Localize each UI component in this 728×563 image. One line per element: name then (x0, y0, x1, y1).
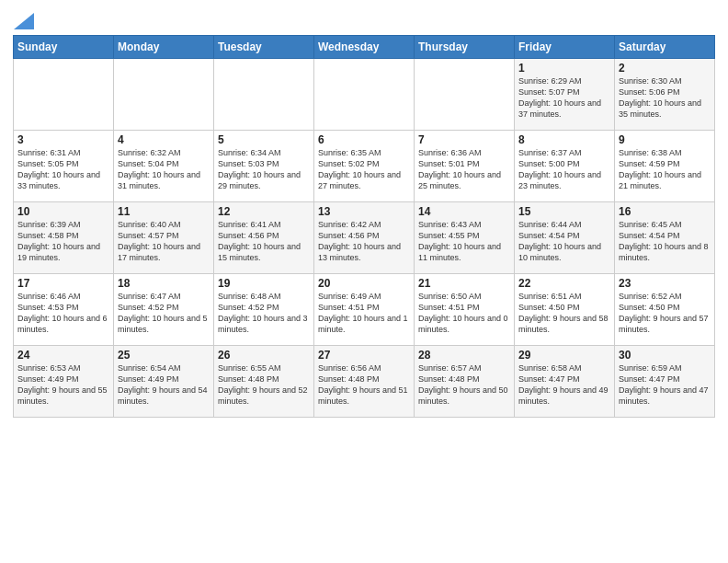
day-number: 19 (218, 277, 310, 290)
day-number: 13 (318, 205, 410, 218)
day-number: 26 (218, 349, 310, 362)
header-cell-wednesday: Wednesday (314, 36, 415, 59)
logo-icon (14, 13, 34, 29)
header-cell-monday: Monday (114, 36, 214, 59)
day-info: Sunrise: 6:38 AM Sunset: 4:59 PM Dayligh… (619, 147, 711, 192)
day-info: Sunrise: 6:45 AM Sunset: 4:54 PM Dayligh… (619, 219, 711, 264)
day-cell: 23Sunrise: 6:52 AM Sunset: 4:50 PM Dayli… (615, 274, 715, 346)
day-info: Sunrise: 6:51 AM Sunset: 4:50 PM Dayligh… (518, 291, 610, 336)
day-number: 18 (118, 277, 210, 290)
day-cell (14, 59, 114, 131)
day-number: 4 (118, 133, 210, 146)
day-number: 2 (619, 62, 711, 75)
day-info: Sunrise: 6:56 AM Sunset: 4:48 PM Dayligh… (318, 362, 410, 408)
calendar-table: SundayMondayTuesdayWednesdayThursdayFrid… (13, 35, 715, 418)
day-number: 7 (418, 133, 510, 146)
day-info: Sunrise: 6:48 AM Sunset: 4:52 PM Dayligh… (218, 291, 310, 336)
day-number: 30 (619, 349, 711, 362)
day-info: Sunrise: 6:53 AM Sunset: 4:49 PM Dayligh… (17, 362, 109, 408)
day-cell: 16Sunrise: 6:45 AM Sunset: 4:54 PM Dayli… (615, 202, 715, 274)
day-info: Sunrise: 6:40 AM Sunset: 4:57 PM Dayligh… (118, 219, 210, 264)
day-info: Sunrise: 6:52 AM Sunset: 4:50 PM Dayligh… (619, 291, 711, 336)
day-info: Sunrise: 6:43 AM Sunset: 4:55 PM Dayligh… (418, 219, 510, 264)
day-info: Sunrise: 6:47 AM Sunset: 4:52 PM Dayligh… (118, 291, 210, 336)
day-cell: 29Sunrise: 6:58 AM Sunset: 4:47 PM Dayli… (515, 346, 615, 418)
header-cell-thursday: Thursday (415, 36, 515, 59)
day-number: 1 (518, 62, 610, 75)
day-info: Sunrise: 6:59 AM Sunset: 4:47 PM Dayligh… (619, 362, 711, 408)
day-info: Sunrise: 6:29 AM Sunset: 5:07 PM Dayligh… (518, 75, 610, 121)
day-info: Sunrise: 6:57 AM Sunset: 4:48 PM Dayligh… (418, 362, 510, 408)
day-cell (314, 59, 415, 131)
day-cell: 22Sunrise: 6:51 AM Sunset: 4:50 PM Dayli… (515, 274, 615, 346)
day-cell (214, 59, 314, 131)
day-number: 3 (17, 133, 109, 146)
day-number: 8 (518, 133, 610, 146)
week-row-0: 1Sunrise: 6:29 AM Sunset: 5:07 PM Daylig… (14, 59, 715, 131)
day-info: Sunrise: 6:37 AM Sunset: 5:00 PM Dayligh… (518, 147, 610, 192)
week-row-4: 24Sunrise: 6:53 AM Sunset: 4:49 PM Dayli… (14, 346, 715, 418)
day-info: Sunrise: 6:32 AM Sunset: 5:04 PM Dayligh… (118, 147, 210, 192)
day-number: 25 (118, 349, 210, 362)
header-cell-tuesday: Tuesday (214, 36, 314, 59)
day-cell: 21Sunrise: 6:50 AM Sunset: 4:51 PM Dayli… (415, 274, 515, 346)
header-cell-saturday: Saturday (615, 36, 715, 59)
day-info: Sunrise: 6:46 AM Sunset: 4:53 PM Dayligh… (17, 291, 109, 336)
header-cell-friday: Friday (515, 36, 615, 59)
page-container: SundayMondayTuesdayWednesdayThursdayFrid… (0, 0, 728, 427)
day-number: 6 (318, 133, 410, 146)
day-cell: 26Sunrise: 6:55 AM Sunset: 4:48 PM Dayli… (214, 346, 314, 418)
header-row: SundayMondayTuesdayWednesdayThursdayFrid… (14, 36, 715, 59)
week-row-3: 17Sunrise: 6:46 AM Sunset: 4:53 PM Dayli… (14, 274, 715, 346)
day-info: Sunrise: 6:30 AM Sunset: 5:06 PM Dayligh… (619, 75, 711, 121)
day-number: 22 (518, 277, 610, 290)
logo (13, 13, 34, 29)
day-info: Sunrise: 6:42 AM Sunset: 4:56 PM Dayligh… (318, 219, 410, 264)
day-info: Sunrise: 6:41 AM Sunset: 4:56 PM Dayligh… (218, 219, 310, 264)
day-cell: 9Sunrise: 6:38 AM Sunset: 4:59 PM Daylig… (615, 131, 715, 202)
day-number: 16 (619, 205, 711, 218)
week-row-2: 10Sunrise: 6:39 AM Sunset: 4:58 PM Dayli… (14, 202, 715, 274)
day-cell: 20Sunrise: 6:49 AM Sunset: 4:51 PM Dayli… (314, 274, 415, 346)
day-cell: 28Sunrise: 6:57 AM Sunset: 4:48 PM Dayli… (415, 346, 515, 418)
day-cell: 27Sunrise: 6:56 AM Sunset: 4:48 PM Dayli… (314, 346, 415, 418)
day-number: 14 (418, 205, 510, 218)
day-number: 23 (619, 277, 711, 290)
day-cell (114, 59, 214, 131)
header (13, 9, 715, 29)
day-cell: 30Sunrise: 6:59 AM Sunset: 4:47 PM Dayli… (615, 346, 715, 418)
day-number: 10 (17, 205, 109, 218)
day-number: 12 (218, 205, 310, 218)
header-cell-sunday: Sunday (14, 36, 114, 59)
day-number: 15 (518, 205, 610, 218)
day-cell: 4Sunrise: 6:32 AM Sunset: 5:04 PM Daylig… (114, 131, 214, 202)
day-info: Sunrise: 6:36 AM Sunset: 5:01 PM Dayligh… (418, 147, 510, 192)
day-info: Sunrise: 6:31 AM Sunset: 5:05 PM Dayligh… (17, 147, 109, 192)
day-cell (415, 59, 515, 131)
day-info: Sunrise: 6:44 AM Sunset: 4:54 PM Dayligh… (518, 219, 610, 264)
day-cell: 6Sunrise: 6:35 AM Sunset: 5:02 PM Daylig… (314, 131, 415, 202)
day-cell: 10Sunrise: 6:39 AM Sunset: 4:58 PM Dayli… (14, 202, 114, 274)
day-info: Sunrise: 6:55 AM Sunset: 4:48 PM Dayligh… (218, 362, 310, 408)
day-info: Sunrise: 6:50 AM Sunset: 4:51 PM Dayligh… (418, 291, 510, 336)
day-cell: 13Sunrise: 6:42 AM Sunset: 4:56 PM Dayli… (314, 202, 415, 274)
day-number: 9 (619, 133, 711, 146)
day-number: 29 (518, 349, 610, 362)
day-cell: 19Sunrise: 6:48 AM Sunset: 4:52 PM Dayli… (214, 274, 314, 346)
day-cell: 17Sunrise: 6:46 AM Sunset: 4:53 PM Dayli… (14, 274, 114, 346)
day-number: 27 (318, 349, 410, 362)
day-info: Sunrise: 6:54 AM Sunset: 4:49 PM Dayligh… (118, 362, 210, 408)
day-info: Sunrise: 6:58 AM Sunset: 4:47 PM Dayligh… (518, 362, 610, 408)
day-info: Sunrise: 6:39 AM Sunset: 4:58 PM Dayligh… (17, 219, 109, 264)
day-cell: 25Sunrise: 6:54 AM Sunset: 4:49 PM Dayli… (114, 346, 214, 418)
day-number: 17 (17, 277, 109, 290)
day-info: Sunrise: 6:49 AM Sunset: 4:51 PM Dayligh… (318, 291, 410, 336)
day-cell: 7Sunrise: 6:36 AM Sunset: 5:01 PM Daylig… (415, 131, 515, 202)
day-cell: 2Sunrise: 6:30 AM Sunset: 5:06 PM Daylig… (615, 59, 715, 131)
day-number: 5 (218, 133, 310, 146)
day-cell: 5Sunrise: 6:34 AM Sunset: 5:03 PM Daylig… (214, 131, 314, 202)
day-cell: 15Sunrise: 6:44 AM Sunset: 4:54 PM Dayli… (515, 202, 615, 274)
day-cell: 14Sunrise: 6:43 AM Sunset: 4:55 PM Dayli… (415, 202, 515, 274)
svg-marker-0 (14, 13, 34, 29)
day-number: 21 (418, 277, 510, 290)
